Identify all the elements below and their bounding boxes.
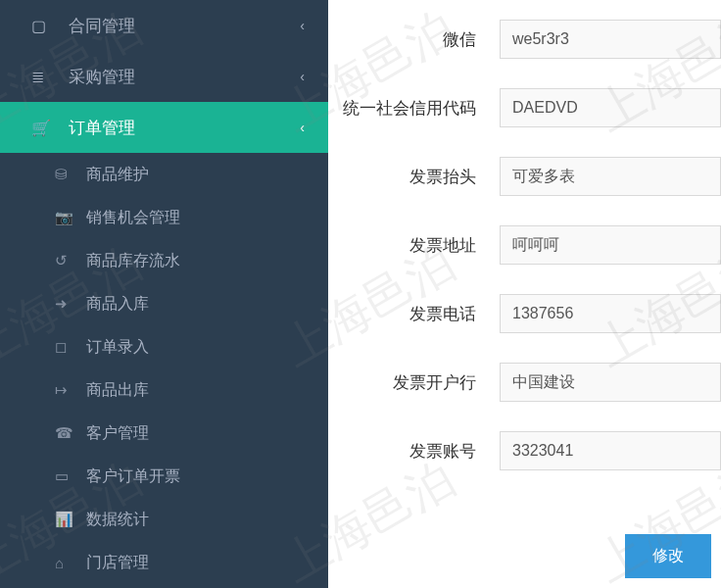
sidebar-sub-label: 客户管理 [86,423,149,444]
form-row-invoice-title: 发票抬头 [328,157,721,196]
sidebar-sub-label: 门店管理 [86,553,149,573]
camera-icon: 📷 [55,209,76,226]
button-bar: 修改 [615,524,721,588]
form-label: 发票开户行 [328,371,500,394]
form-label: 微信 [328,28,500,51]
form-row-invoice-address: 发票地址 [328,225,721,265]
sidebar-sub-stock-flow[interactable]: ↺ 商品库存流水 [0,239,328,282]
sidebar-sub-label: 商品入库 [86,294,149,315]
sidebar-item-contract[interactable]: ▢ 合同管理 ‹ [0,0,328,51]
form-label: 统一社会信用代码 [328,97,500,120]
sidebar-item-label: 订单管理 [69,117,135,139]
arrow-out-icon: ↦ [55,381,76,399]
credit-code-input[interactable] [500,88,721,127]
form-label: 发票地址 [328,234,500,257]
chevron-left-icon: ‹ [300,18,305,33]
sidebar-sub-label: 商品出库 [86,380,149,401]
form-row-invoice-phone: 发票电话 [328,294,721,333]
list-icon: ≣ [31,68,55,86]
refresh-icon: ↺ [55,252,76,270]
card-icon: ▭ [55,467,76,485]
sidebar-sub-store[interactable]: ⌂ 门店管理 [0,541,328,584]
sidebar-sub-label: 订单录入 [86,337,149,358]
sidebar-sub-invoice[interactable]: ▭ 客户订单开票 [0,455,328,498]
arrow-in-icon: ➜ [55,295,76,313]
phone-icon: ☎ [55,424,76,442]
sidebar-sub-order-entry[interactable]: ◻ 订单录入 [0,325,328,368]
cart-icon: 🛒 [31,119,55,137]
sidebar-sub-label: 客户订单开票 [86,466,180,487]
home-icon: ⌂ [55,555,76,571]
chevron-left-icon: ‹ [300,69,305,84]
invoice-account-input[interactable] [500,431,721,470]
sidebar-sub-product[interactable]: ⛁ 商品维护 [0,153,328,196]
wechat-input[interactable] [500,20,721,59]
chart-icon: 📊 [55,511,76,528]
form-row-invoice-account: 发票账号 [328,431,721,470]
invoice-title-input[interactable] [500,157,721,196]
sidebar-sub-label: 商品维护 [86,165,149,185]
sidebar-sub-stock-in[interactable]: ➜ 商品入库 [0,282,328,325]
sidebar-sub-stock-out[interactable]: ↦ 商品出库 [0,368,328,412]
sidebar-sub-sales[interactable]: 📷 销售机会管理 [0,196,328,239]
sidebar-item-order[interactable]: 🛒 订单管理 ‹ [0,102,328,153]
invoice-address-input[interactable] [500,225,721,265]
sidebar-item-label: 合同管理 [69,15,135,37]
sidebar-sub-label: 商品库存流水 [86,251,180,271]
chevron-left-icon: ‹ [300,120,305,135]
form-row-wechat: 微信 [328,20,721,59]
file-icon: ▢ [31,17,55,35]
form-row-credit-code: 统一社会信用代码 [328,88,721,127]
form-label: 发票电话 [328,303,500,325]
invoice-bank-input[interactable] [500,363,721,402]
bookmark-icon: ◻ [55,338,76,356]
sidebar-item-purchase[interactable]: ≣ 采购管理 ‹ [0,51,328,102]
sidebar-sub-label: 销售机会管理 [86,208,180,228]
sidebar: ▢ 合同管理 ‹ ≣ 采购管理 ‹ 🛒 订单管理 ‹ ⛁ 商品维护 📷 销售机会… [0,0,328,588]
form-label: 发票抬头 [328,166,500,188]
content-panel: 微信 统一社会信用代码 发票抬头 发票地址 发票电话 发票开户行 发票账号 修改 [328,0,721,588]
sidebar-sub-stats[interactable]: 📊 数据统计 [0,498,328,541]
sidebar-sub-label: 数据统计 [86,510,149,530]
invoice-phone-input[interactable] [500,294,721,333]
form-label: 发票账号 [328,440,500,463]
form-row-invoice-bank: 发票开户行 [328,363,721,402]
database-icon: ⛁ [55,166,76,183]
sidebar-sub-customer[interactable]: ☎ 客户管理 [0,412,328,455]
sidebar-item-label: 采购管理 [69,66,135,88]
edit-button[interactable]: 修改 [625,534,711,578]
